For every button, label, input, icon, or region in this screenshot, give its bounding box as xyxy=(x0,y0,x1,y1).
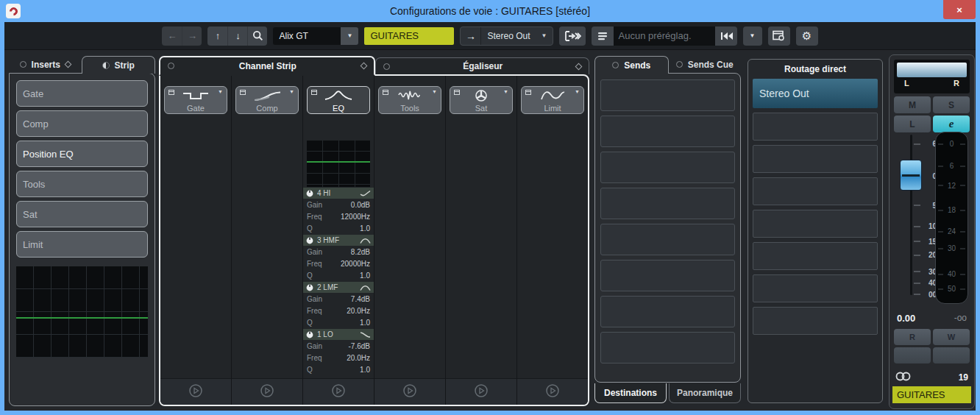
low-shelf-icon[interactable] xyxy=(360,331,371,338)
stereo-balance-bar[interactable] xyxy=(897,63,967,77)
eq-band-2-freq-row[interactable]: Freq20.0Hz xyxy=(303,305,374,316)
reset-preset-icon[interactable] xyxy=(715,26,737,46)
send-slot-2[interactable] xyxy=(600,116,735,147)
module-routing-icon[interactable] xyxy=(474,383,489,401)
eq-band-1-header[interactable]: 1 LO xyxy=(303,329,374,340)
preset-organizer-icon[interactable] xyxy=(592,26,614,46)
tab-equalizer[interactable]: Égaliseur xyxy=(375,57,590,74)
send-slot-1[interactable] xyxy=(600,79,735,111)
write-automation-button[interactable]: W xyxy=(933,329,970,345)
tools-module-button[interactable]: ▼ Tools xyxy=(378,86,441,114)
strip-list-item-comp[interactable]: Comp xyxy=(16,110,148,137)
peak-icon[interactable] xyxy=(360,284,371,291)
chevron-down-icon[interactable]: ▼ xyxy=(341,27,358,45)
routing-slot-1[interactable]: Stereo Out xyxy=(753,79,878,108)
eq-band-4-q-row[interactable]: Q1.0 xyxy=(303,222,374,234)
fader-level-value[interactable]: 0.00 xyxy=(897,313,915,324)
chevron-down-icon[interactable]: ▼ xyxy=(536,27,553,45)
send-slot-3[interactable] xyxy=(600,152,735,183)
eq-band-2-gain-row[interactable]: Gain7.4dB xyxy=(303,293,374,305)
tab-destinations[interactable]: Destinations xyxy=(594,383,667,403)
strip-list-item-gate[interactable]: Gate xyxy=(16,80,148,107)
routing-slot-2[interactable] xyxy=(753,113,878,141)
tab-inserts[interactable]: Inserts xyxy=(9,56,82,73)
tab-panoramique[interactable]: Panoramique xyxy=(669,383,741,403)
eq-band-3-header[interactable]: 3 HMF xyxy=(303,235,374,246)
forward-icon[interactable]: → xyxy=(182,26,202,46)
routing-slot-8[interactable] xyxy=(753,307,878,335)
eq-band-3-freq-row[interactable]: Freq20000Hz xyxy=(303,258,374,269)
gate-module-button[interactable]: ▼ Gate xyxy=(164,86,227,114)
routing-slot-4[interactable] xyxy=(753,177,878,205)
send-slot-6[interactable] xyxy=(600,260,735,291)
strip-list-item-position-eq[interactable]: Position EQ xyxy=(16,141,148,167)
window-setup-button[interactable] xyxy=(768,26,790,46)
tab-sends-cue[interactable]: Sends Cue xyxy=(669,56,742,73)
automation-blank-button[interactable] xyxy=(894,347,931,363)
tab-sends[interactable]: Sends xyxy=(594,56,669,74)
eq-band-2-header[interactable]: 2 LMF xyxy=(303,282,374,293)
solo-button[interactable]: S xyxy=(933,96,970,113)
back-icon[interactable]: ← xyxy=(162,26,182,46)
send-slot-8[interactable] xyxy=(600,332,735,363)
title-bar[interactable]: Configurations de voie : GUITARES [stéré… xyxy=(0,0,980,22)
tab-channel-strip[interactable]: Channel Strip xyxy=(159,56,375,76)
band-on-knob-icon[interactable] xyxy=(306,284,313,291)
routing-slot-3[interactable] xyxy=(753,145,878,173)
fader-track[interactable] xyxy=(910,135,912,295)
edit-output-chain-button[interactable] xyxy=(559,26,586,46)
sat-module-button[interactable]: ▼ Sat xyxy=(450,86,513,114)
module-routing-icon[interactable] xyxy=(402,383,417,401)
channel-name-bar[interactable]: GUITARES xyxy=(892,386,971,403)
output-routing-selector[interactable]: → Stereo Out ▼ xyxy=(460,26,553,46)
band-on-knob-icon[interactable] xyxy=(306,237,313,244)
limit-module-button[interactable]: ▼ Limit xyxy=(521,86,584,114)
strip-list-item-limit[interactable]: Limit xyxy=(16,231,148,258)
eq-band-1-q-row[interactable]: Q1.0 xyxy=(303,363,374,375)
next-channel-icon[interactable]: ↓ xyxy=(227,26,247,46)
eq-band-2-q-row[interactable]: Q1.0 xyxy=(303,316,374,328)
pan-control[interactable]: L R xyxy=(894,60,970,93)
output-routing-value[interactable]: Stereo Out xyxy=(481,27,536,45)
tab-strip[interactable]: Strip xyxy=(82,56,156,74)
peak-icon[interactable] xyxy=(360,237,371,244)
module-routing-icon[interactable] xyxy=(545,383,560,401)
send-slot-7[interactable] xyxy=(600,296,735,327)
routing-slot-6[interactable] xyxy=(753,242,878,270)
preset-menu-chevron-icon[interactable]: ▼ xyxy=(743,26,762,46)
automation-blank-button[interactable] xyxy=(933,347,970,363)
close-button[interactable]: × xyxy=(943,0,976,19)
send-slot-4[interactable] xyxy=(600,188,735,219)
preset-name-field[interactable]: Aucun préréglag. xyxy=(614,26,715,46)
eq-band-4-header[interactable]: 4 HI xyxy=(303,188,374,199)
eq-module-button[interactable]: EQ xyxy=(307,86,370,114)
eq-band-3-q-row[interactable]: Q1.0 xyxy=(303,269,374,281)
read-automation-button[interactable]: R xyxy=(894,329,931,345)
strip-list-item-sat[interactable]: Sat xyxy=(16,201,148,227)
eq-band-4-gain-row[interactable]: Gain0.0dB xyxy=(303,199,374,210)
routing-slot-7[interactable] xyxy=(753,274,878,302)
eq-band-3-gain-row[interactable]: Gain8.2dB xyxy=(303,246,374,258)
high-shelf-icon[interactable] xyxy=(360,190,371,197)
eq-band-1-freq-row[interactable]: Freq20.0Hz xyxy=(303,352,374,363)
routing-slot-5[interactable] xyxy=(753,210,878,238)
channel-name-field[interactable]: GUITARES xyxy=(364,27,454,45)
edit-channel-button[interactable]: e xyxy=(933,116,970,132)
eq-band-1-gain-row[interactable]: Gain-7.6dB xyxy=(303,340,374,352)
fader-handle[interactable] xyxy=(900,160,922,191)
channel-selector[interactable]: Alix GT ▼ xyxy=(273,27,358,45)
band-on-knob-icon[interactable] xyxy=(306,190,313,197)
channel-selector-value[interactable]: Alix GT xyxy=(273,27,341,45)
module-routing-icon[interactable] xyxy=(260,383,274,401)
mute-button[interactable]: M xyxy=(894,96,931,113)
eq-band-4-freq-row[interactable]: Freq12000Hz xyxy=(303,210,374,222)
module-routing-icon[interactable] xyxy=(188,383,203,401)
comp-module-button[interactable]: ▼ Comp xyxy=(235,86,299,114)
search-icon[interactable] xyxy=(247,26,267,46)
send-slot-5[interactable] xyxy=(600,224,735,255)
peak-level-value[interactable]: -oo xyxy=(954,313,967,323)
module-routing-icon[interactable] xyxy=(331,383,346,401)
band-on-knob-icon[interactable] xyxy=(306,331,313,338)
previous-channel-icon[interactable]: ↑ xyxy=(207,26,227,46)
strip-list-item-tools[interactable]: Tools xyxy=(16,171,148,197)
